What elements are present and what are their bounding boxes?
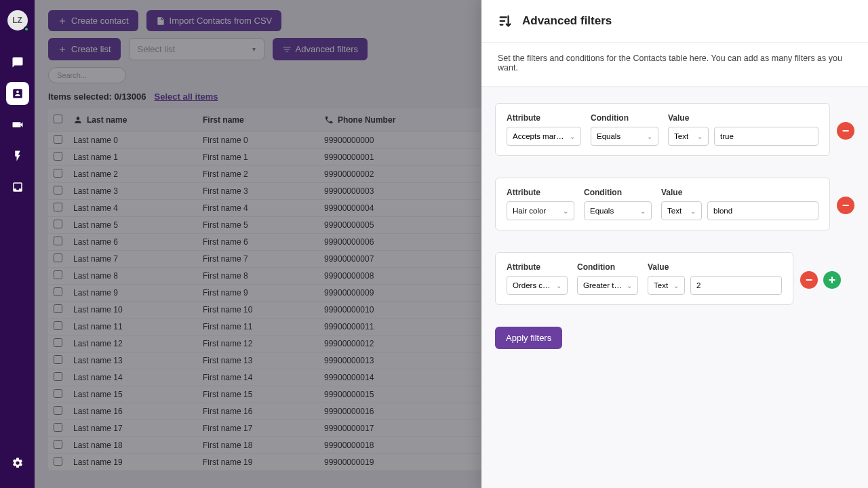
row-checkbox[interactable] bbox=[54, 135, 62, 144]
bolt-icon[interactable] bbox=[6, 144, 29, 167]
row-checkbox[interactable] bbox=[54, 220, 62, 228]
filter-3-value-type-select[interactable]: Text⌄ bbox=[648, 276, 685, 295]
remove-filter-3-button[interactable]: − bbox=[800, 271, 818, 289]
cell-phone: 99900000015 bbox=[319, 386, 484, 403]
cell-last-name: Last name 14 bbox=[68, 369, 197, 386]
row-checkbox[interactable] bbox=[54, 169, 62, 178]
row-checkbox[interactable] bbox=[54, 253, 62, 262]
row-checkbox[interactable] bbox=[54, 440, 62, 449]
cell-phone: 99900000012 bbox=[319, 336, 484, 352]
cell-first-name: First name 2 bbox=[197, 166, 319, 183]
row-checkbox[interactable] bbox=[54, 423, 62, 432]
cell-last-name: Last name 4 bbox=[68, 200, 197, 217]
cell-first-name: First name 3 bbox=[197, 183, 319, 200]
advanced-filters-label: Advanced filters bbox=[296, 44, 359, 54]
filter-3-condition-select[interactable]: Greater than⌄ bbox=[577, 276, 638, 295]
filter-1-condition-select[interactable]: Equals⌄ bbox=[591, 127, 658, 146]
filter-2-value-input[interactable]: blond bbox=[707, 201, 818, 220]
plus-icon bbox=[58, 45, 67, 54]
chevron-down-icon: ⌄ bbox=[697, 133, 703, 140]
phone-icon bbox=[324, 115, 334, 125]
cell-phone: 99900000006 bbox=[319, 234, 484, 251]
row-checkbox[interactable] bbox=[54, 406, 62, 415]
row-checkbox[interactable] bbox=[54, 372, 62, 381]
row-checkbox[interactable] bbox=[54, 338, 62, 347]
create-list-label: Create list bbox=[71, 44, 111, 54]
cell-first-name: First name 18 bbox=[197, 437, 319, 454]
avatar[interactable]: LZ bbox=[7, 10, 28, 30]
select-all-checkbox[interactable] bbox=[54, 115, 62, 123]
cell-first-name: First name 0 bbox=[197, 132, 319, 149]
cell-phone: 99900000017 bbox=[319, 420, 484, 437]
label-value: Value bbox=[648, 262, 782, 272]
row-checkbox[interactable] bbox=[54, 321, 62, 330]
cell-first-name: First name 16 bbox=[197, 403, 319, 420]
row-checkbox[interactable] bbox=[54, 287, 62, 296]
filter-1-value-type-select[interactable]: Text⌄ bbox=[668, 127, 709, 146]
filter-3-attribute-select[interactable]: Orders count⌄ bbox=[507, 276, 568, 295]
cell-first-name: First name 12 bbox=[197, 336, 319, 352]
file-icon bbox=[156, 16, 165, 26]
advanced-filters-button[interactable]: Advanced filters bbox=[273, 38, 368, 60]
chevron-down-icon: ⌄ bbox=[570, 133, 575, 140]
filter-3-value-input[interactable]: 2 bbox=[690, 276, 782, 295]
label-value: Value bbox=[661, 188, 818, 197]
filter-2-attribute-select[interactable]: Hair color⌄ bbox=[507, 201, 574, 220]
create-list-button[interactable]: Create list bbox=[48, 38, 121, 60]
cell-last-name: Last name 8 bbox=[68, 268, 197, 285]
row-checkbox[interactable] bbox=[54, 237, 62, 245]
gear-icon[interactable] bbox=[6, 451, 29, 474]
select-all-link[interactable]: Select all items bbox=[155, 92, 218, 102]
cell-last-name: Last name 9 bbox=[68, 285, 197, 302]
row-checkbox[interactable] bbox=[54, 203, 62, 211]
cell-first-name: First name 15 bbox=[197, 386, 319, 403]
cell-last-name: Last name 13 bbox=[68, 352, 197, 369]
cell-last-name: Last name 19 bbox=[68, 454, 197, 471]
row-checkbox[interactable] bbox=[54, 355, 62, 364]
row-checkbox[interactable] bbox=[54, 457, 62, 466]
filter-2-value-type-select[interactable]: Text⌄ bbox=[661, 201, 702, 220]
chevron-down-icon: ⌄ bbox=[673, 282, 679, 289]
create-contact-button[interactable]: Create contact bbox=[48, 10, 138, 31]
label-value: Value bbox=[668, 113, 818, 123]
label-attribute: Attribute bbox=[507, 113, 581, 123]
import-csv-button[interactable]: Import Contacts from CSV bbox=[146, 10, 282, 31]
advanced-filters-drawer: Advanced filters Set the filters and con… bbox=[481, 0, 868, 488]
row-checkbox[interactable] bbox=[54, 186, 62, 195]
import-csv-label: Import Contacts from CSV bbox=[170, 16, 273, 26]
avatar-initials: LZ bbox=[12, 16, 22, 25]
cell-last-name: Last name 1 bbox=[68, 149, 197, 166]
cell-last-name: Last name 5 bbox=[68, 217, 197, 234]
add-filter-button[interactable]: + bbox=[823, 271, 841, 289]
remove-filter-1-button[interactable]: − bbox=[837, 122, 854, 140]
select-list-placeholder: Select list bbox=[138, 44, 176, 54]
filter-row-3: Attribute Orders count⌄ Condition Greate… bbox=[495, 252, 793, 305]
filter-2-condition-select[interactable]: Equals⌄ bbox=[584, 201, 652, 220]
contacts-icon[interactable] bbox=[6, 82, 29, 105]
cell-last-name: Last name 6 bbox=[68, 234, 197, 251]
label-condition: Condition bbox=[584, 188, 652, 197]
apply-filters-button[interactable]: Apply filters bbox=[495, 327, 562, 349]
chevron-down-icon: ⌄ bbox=[647, 133, 652, 140]
cell-phone: 99900000003 bbox=[319, 183, 484, 200]
cell-first-name: First name 1 bbox=[197, 149, 319, 166]
remove-filter-2-button[interactable]: − bbox=[837, 197, 854, 214]
row-checkbox[interactable] bbox=[54, 304, 62, 313]
select-list-dropdown[interactable]: Select list ▾ bbox=[129, 38, 264, 60]
chat-icon[interactable] bbox=[6, 51, 29, 74]
filter-1-attribute-select[interactable]: Accepts marketi...⌄ bbox=[507, 127, 581, 146]
cell-phone: 99900000013 bbox=[319, 352, 484, 369]
row-checkbox[interactable] bbox=[54, 270, 62, 279]
row-checkbox[interactable] bbox=[54, 389, 62, 398]
cell-phone: 99900000008 bbox=[319, 268, 484, 285]
megaphone-icon[interactable] bbox=[6, 113, 29, 136]
cell-last-name: Last name 12 bbox=[68, 336, 197, 352]
items-selected-label: Items selected: 0/13006 bbox=[48, 92, 146, 102]
label-condition: Condition bbox=[591, 113, 658, 123]
row-checkbox[interactable] bbox=[54, 152, 62, 161]
search-input[interactable]: Search... bbox=[48, 67, 126, 83]
sidebar: LZ bbox=[0, 0, 35, 488]
cell-first-name: First name 19 bbox=[197, 454, 319, 471]
filter-1-value-input[interactable]: true bbox=[714, 127, 818, 146]
inbox-icon[interactable] bbox=[6, 176, 29, 199]
